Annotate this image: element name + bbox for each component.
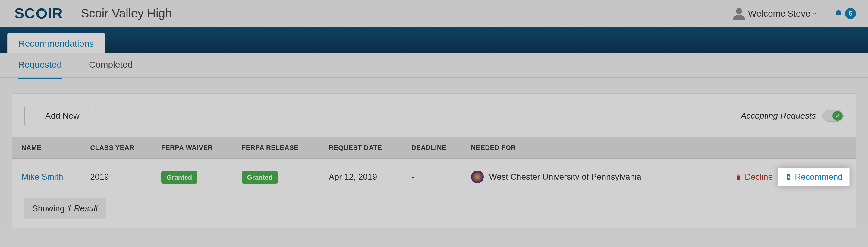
accepting-requests-label: Accepting Requests xyxy=(741,111,816,121)
subtabs: Requested Completed xyxy=(0,53,868,78)
student-name-link[interactable]: Mike Smith xyxy=(22,172,63,181)
table-header-row: NAME CLASS YEAR FERPA WAIVER FERPA RELEA… xyxy=(12,137,856,158)
needed-for-value: West Chester University of Pennsylvania xyxy=(489,172,641,182)
check-icon xyxy=(835,113,841,119)
deadline-value: - xyxy=(405,158,465,199)
notification-badge: 5 xyxy=(845,8,856,19)
bell-icon xyxy=(834,9,843,18)
topbar: SC IR Scoir Valley High Welcome Steve 5 xyxy=(0,0,868,27)
svg-point-1 xyxy=(44,9,46,11)
welcome-prefix: Welcome xyxy=(748,8,785,19)
school-name: Scoir Valley High xyxy=(81,7,172,20)
add-new-label: Add New xyxy=(45,111,80,121)
footer-prefix: Showing xyxy=(32,204,67,213)
nav-band: Recommendations xyxy=(0,27,868,53)
content-panel: ＋ Add New Accepting Requests NAME CLASS … xyxy=(12,93,856,228)
avatar-icon xyxy=(732,6,746,21)
logo[interactable]: SC IR xyxy=(14,5,63,22)
toggle-knob xyxy=(832,111,843,121)
row-actions: Decline Recommend xyxy=(702,168,849,186)
trash-icon xyxy=(735,174,742,180)
accepting-requests-wrap: Accepting Requests xyxy=(741,110,844,121)
col-ferpa-release: FERPA RELEASE xyxy=(236,137,323,158)
recommend-button[interactable]: Recommend xyxy=(778,168,849,186)
university-crest-icon xyxy=(471,171,484,183)
request-date-value: Apr 12, 2019 xyxy=(323,158,405,199)
table-footer: Showing 1 Result xyxy=(24,198,106,219)
panel-toolbar: ＋ Add New Accepting Requests xyxy=(12,106,856,137)
col-class-year: CLASS YEAR xyxy=(84,137,155,158)
subtab-completed[interactable]: Completed xyxy=(89,60,133,78)
plus-icon: ＋ xyxy=(34,110,42,121)
logo-ring-icon xyxy=(35,7,48,20)
svg-point-2 xyxy=(736,8,742,14)
logo-text: SC xyxy=(14,5,35,22)
tab-recommendations[interactable]: Recommendations xyxy=(7,33,105,53)
accepting-requests-toggle[interactable] xyxy=(823,110,844,121)
user-menu[interactable]: Welcome Steve xyxy=(748,8,817,19)
logo-text-end: IR xyxy=(48,5,63,22)
notifications[interactable]: 5 xyxy=(826,5,856,22)
chevron-down-icon xyxy=(812,11,817,16)
user-name: Steve xyxy=(787,8,810,19)
ferpa-waiver-badge: Granted xyxy=(161,171,197,183)
recommend-label: Recommend xyxy=(795,172,843,182)
document-plus-icon xyxy=(785,174,792,180)
col-needed-for: NEEDED FOR xyxy=(465,137,695,158)
class-year-value: 2019 xyxy=(84,158,155,199)
col-deadline: DEADLINE xyxy=(405,137,465,158)
col-ferpa-waiver: FERPA WAIVER xyxy=(155,137,236,158)
requests-table: NAME CLASS YEAR FERPA WAIVER FERPA RELEA… xyxy=(12,137,856,198)
decline-button[interactable]: Decline xyxy=(735,172,773,182)
col-name: NAME xyxy=(12,137,84,158)
ferpa-release-badge: Granted xyxy=(242,171,278,183)
needed-for-cell: West Chester University of Pennsylvania xyxy=(471,171,689,183)
col-actions xyxy=(695,137,856,158)
decline-label: Decline xyxy=(745,172,773,182)
subtab-requested[interactable]: Requested xyxy=(18,60,62,79)
table-row: Mike Smith 2019 Granted Granted Apr 12, … xyxy=(12,158,856,199)
col-request-date: REQUEST DATE xyxy=(323,137,405,158)
add-new-button[interactable]: ＋ Add New xyxy=(24,106,89,126)
footer-count: 1 Result xyxy=(67,204,98,213)
